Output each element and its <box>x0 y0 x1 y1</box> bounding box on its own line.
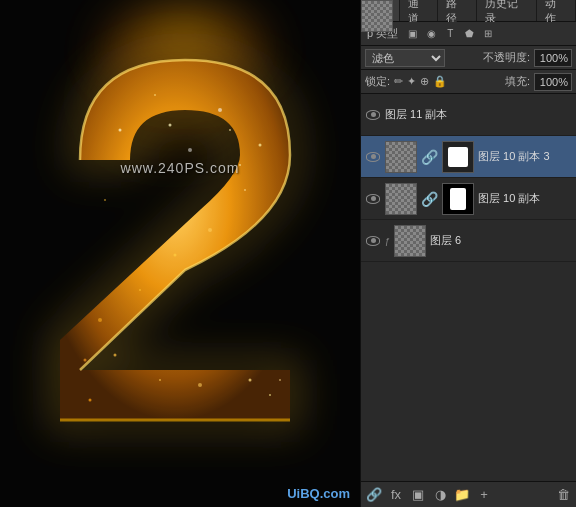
eye-icon <box>366 152 380 162</box>
lock-icons-group: ✏ ✦ ⊕ 🔒 <box>394 75 447 88</box>
canvas-area: www.240PS.com UiBQ.com <box>0 0 360 507</box>
svg-point-12 <box>98 318 102 322</box>
svg-point-9 <box>208 228 212 232</box>
eye-icon <box>366 194 380 204</box>
layer-thumbnail <box>385 141 417 173</box>
layer-item-layer6[interactable]: ƒ 图层 6 <box>361 220 576 262</box>
svg-point-8 <box>244 189 246 191</box>
layer-visibility-toggle[interactable] <box>365 191 381 207</box>
tab-actions[interactable]: 动作 <box>537 0 576 21</box>
svg-point-20 <box>188 148 192 152</box>
eye-pupil <box>371 154 376 159</box>
checker-pattern <box>395 226 425 256</box>
svg-point-16 <box>249 379 252 382</box>
layer-name: 图层 10 副本 3 <box>478 149 572 164</box>
eye-pupil <box>371 196 376 201</box>
filter-pixel-icon[interactable]: ▣ <box>404 26 420 42</box>
layer-info: 图层 10 副本 3 <box>478 149 572 164</box>
panel-tabs: 图层 通道 路径 历史记录 动作 <box>361 0 576 22</box>
layer-item-layer11-copy[interactable]: 图层 11 副本 <box>361 94 576 136</box>
svg-point-10 <box>174 254 177 257</box>
layers-bottom-toolbar: 🔗 fx ▣ ◑ 📁 + 🗑 <box>361 481 576 507</box>
blend-opacity-row: 滤色 不透明度: <box>361 46 576 70</box>
layer-name: 图层 10 副本 <box>478 191 572 206</box>
svg-point-17 <box>269 394 271 396</box>
lock-all-icon[interactable]: 🔒 <box>433 75 447 88</box>
new-adjustment-button[interactable]: ◑ <box>431 486 449 504</box>
eye-icon <box>366 110 380 120</box>
blend-mode-select[interactable]: 滤色 <box>365 49 445 67</box>
lock-artboard-icon[interactable]: ⊕ <box>420 75 429 88</box>
mask-content <box>448 147 468 167</box>
svg-point-23 <box>84 359 87 362</box>
fx-button[interactable]: fx <box>387 486 405 504</box>
layer-name: 图层 11 副本 <box>385 107 572 122</box>
svg-point-4 <box>119 129 122 132</box>
tab-channels[interactable]: 通道 <box>400 0 439 21</box>
filter-smart-icon[interactable]: ⊞ <box>480 26 496 42</box>
watermark: www.240PS.com <box>121 160 240 176</box>
lock-move-icon[interactable]: ✦ <box>407 75 416 88</box>
layer-info: 图层 6 <box>430 233 572 248</box>
fill-input[interactable] <box>534 73 572 91</box>
delete-layer-button[interactable]: 🗑 <box>554 486 572 504</box>
svg-point-7 <box>259 144 262 147</box>
canvas-artwork <box>0 0 360 507</box>
svg-point-24 <box>279 379 281 381</box>
lock-label: 锁定: <box>365 74 390 89</box>
tab-history[interactable]: 历史记录 <box>477 0 537 21</box>
layer-mask-thumbnail <box>442 141 474 173</box>
filter-text-icon[interactable]: T <box>442 26 458 42</box>
bottom-watermark: UiBQ.com <box>287 486 350 501</box>
layers-filter-toolbar: p 类型 ▣ ◉ T ⬟ ⊞ <box>361 22 576 46</box>
eye-pupil <box>371 112 376 117</box>
eye-pupil <box>371 238 376 243</box>
checker-pattern <box>386 184 416 214</box>
layer-link-icon[interactable]: 🔗 <box>421 191 438 207</box>
layer-info: 图层 10 副本 <box>478 191 572 206</box>
layer-item-layer10-copy3[interactable]: 🔗 图层 10 副本 3 <box>361 136 576 178</box>
svg-point-25 <box>169 124 172 127</box>
layer-name: 图层 6 <box>430 233 572 248</box>
layer-visibility-toggle[interactable] <box>365 107 381 123</box>
new-layer-button[interactable]: + <box>475 486 493 504</box>
filter-icons: ▣ ◉ T ⬟ ⊞ <box>404 26 496 42</box>
layer-visibility-toggle[interactable] <box>365 233 381 249</box>
fill-label: 填充: <box>505 74 530 89</box>
svg-point-14 <box>159 379 161 381</box>
svg-point-13 <box>114 354 117 357</box>
layer-info: 图层 11 副本 <box>385 107 572 122</box>
link-layers-button[interactable]: 🔗 <box>365 486 383 504</box>
svg-point-15 <box>198 383 202 387</box>
eye-icon <box>366 236 380 246</box>
layer-visibility-toggle[interactable] <box>365 149 381 165</box>
svg-point-5 <box>154 94 156 96</box>
add-mask-button[interactable]: ▣ <box>409 486 427 504</box>
opacity-label: 不透明度: <box>483 50 530 65</box>
layer-fx-indicator: ƒ <box>385 236 390 246</box>
layer-thumbnail <box>394 225 426 257</box>
opacity-input[interactable] <box>534 49 572 67</box>
layer-item-layer10-copy[interactable]: 🔗 图层 10 副本 <box>361 178 576 220</box>
svg-point-22 <box>104 199 106 201</box>
layer-mask-thumbnail <box>442 183 474 215</box>
svg-point-26 <box>229 129 231 131</box>
lock-draw-icon[interactable]: ✏ <box>394 75 403 88</box>
panels-area: 图层 通道 路径 历史记录 动作 p 类型 ▣ ◉ T ⬟ ⊞ 滤色 不透明度:… <box>360 0 576 507</box>
filter-adjust-icon[interactable]: ◉ <box>423 26 439 42</box>
layers-list: 图层 11 副本 🔗 图层 10 副本 3 <box>361 94 576 481</box>
svg-point-11 <box>139 289 141 291</box>
layer-link-icon[interactable]: 🔗 <box>421 149 438 165</box>
svg-point-18 <box>89 399 92 402</box>
filter-shape-icon[interactable]: ⬟ <box>461 26 477 42</box>
tab-paths[interactable]: 路径 <box>438 0 477 21</box>
lock-fill-row: 锁定: ✏ ✦ ⊕ 🔒 填充: <box>361 70 576 94</box>
svg-point-6 <box>218 108 222 112</box>
new-group-button[interactable]: 📁 <box>453 486 471 504</box>
layer-thumbnail <box>385 183 417 215</box>
checker-pattern <box>386 142 416 172</box>
mask-content <box>450 188 466 210</box>
